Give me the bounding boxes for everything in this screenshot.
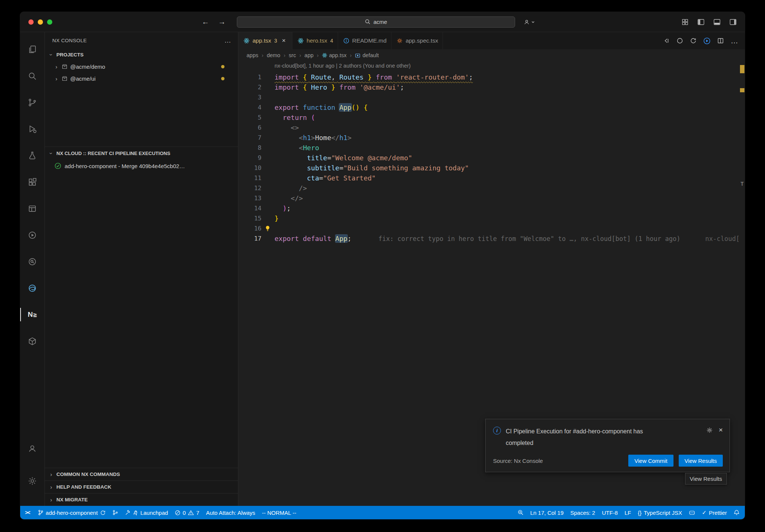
package-icon[interactable] (20, 329, 45, 353)
code-line[interactable]: 4export function App() { (238, 102, 745, 112)
copilot-item[interactable] (685, 506, 699, 519)
toggle-panel-icon[interactable] (713, 19, 721, 25)
minimize-window-button[interactable] (38, 19, 43, 25)
status-bar: >< add-hero-component Launchpad 0 7 Auto… (20, 506, 745, 519)
edge-devtools-icon[interactable] (20, 276, 45, 300)
toggle-primary-sidebar-icon[interactable] (697, 19, 704, 25)
nx-run-target-icon[interactable] (703, 37, 710, 44)
zoom-item[interactable] (514, 506, 527, 519)
navigate-forward-icon[interactable]: → (218, 18, 226, 26)
vim-mode-item[interactable]: -- NORMAL -- (258, 506, 300, 519)
code-line[interactable]: 2import { Hero } from '@acme/ui'; (238, 82, 745, 92)
breadcrumb-item[interactable]: apps (247, 52, 258, 58)
navigate-back-icon[interactable]: ← (202, 18, 209, 26)
code-line[interactable]: 13 </> (238, 193, 745, 203)
overview-ruler[interactable]: T (739, 61, 745, 506)
toggle-secondary-sidebar-icon[interactable] (730, 19, 737, 25)
code-line[interactable]: 16 (238, 223, 745, 233)
breadcrumb-item-file[interactable]: app.tsx (322, 52, 347, 58)
run-circle-icon[interactable] (20, 223, 45, 247)
breadcrumb-item[interactable]: app (304, 52, 313, 58)
code-line[interactable]: 14 ); (238, 203, 745, 213)
remote-explorer-icon[interactable] (20, 197, 45, 220)
code-action-lightbulb[interactable] (261, 225, 275, 232)
nx-console-icon[interactable]: N≧ (20, 303, 45, 327)
common-nx-commands-section[interactable]: › COMMON NX COMMANDS (45, 468, 238, 480)
close-tab-icon[interactable]: × (280, 37, 288, 44)
zoom-window-button[interactable] (47, 19, 52, 25)
run-debug-icon[interactable] (20, 117, 45, 141)
view-results-button[interactable]: View Results (679, 455, 723, 467)
code-line[interactable]: 12 /> (238, 183, 745, 193)
breadcrumb-item[interactable]: src (289, 52, 296, 58)
notification-close-icon[interactable]: × (719, 427, 723, 433)
customize-layout-icon[interactable] (682, 19, 688, 25)
go-back-editor-icon[interactable] (663, 37, 670, 44)
code-line[interactable]: 15} (238, 213, 745, 223)
sidebar-more-actions-icon[interactable]: … (224, 38, 231, 42)
graph-icon (112, 510, 118, 516)
code-search-icon[interactable] (20, 250, 45, 273)
nx-cloud-section-header[interactable]: › NX CLOUD :: RECENT CI PIPELINE EXECUTI… (45, 146, 238, 160)
eol-item[interactable]: LF (621, 506, 635, 519)
projects-section-header[interactable]: › PROJECTS (45, 49, 238, 61)
notification-settings-gear-icon[interactable] (706, 427, 713, 433)
help-and-feedback-section[interactable]: › HELP AND FEEDBACK (45, 480, 238, 493)
problems-item[interactable]: 0 7 (171, 506, 203, 519)
editor-more-actions-icon[interactable]: … (731, 39, 738, 42)
cloud-header-label: NX CLOUD :: RECENT CI PIPELINE EXECUTION… (56, 151, 170, 156)
blame-overflow-text: nx-cloud[b (705, 235, 739, 242)
code-line[interactable]: 10 subtitle="Build something amazing tod… (238, 163, 745, 173)
code-line[interactable]: 5 return ( (238, 112, 745, 123)
line-number: 1 (238, 74, 261, 81)
project-item-acme-demo[interactable]: › @acme/demo (45, 61, 238, 72)
tab-hero-tsx[interactable]: hero.tsx 4 (292, 32, 338, 49)
code-line[interactable]: 7 <h1>Home</h1> (238, 133, 745, 143)
git-branch-item[interactable]: add-hero-component (34, 506, 109, 519)
encoding-item[interactable]: UTF-8 (598, 506, 621, 519)
cursor-position-item[interactable]: Ln 17, Col 19 (527, 506, 567, 519)
code-line[interactable]: 3 (238, 92, 745, 102)
source-control-graph-item[interactable] (109, 506, 121, 519)
breadcrumb-item-symbol[interactable]: default (355, 52, 379, 58)
code-line[interactable]: 11 cta="Get Started" (238, 173, 745, 183)
notifications-bell-item[interactable] (730, 506, 745, 519)
code-line[interactable]: 8 <Hero (238, 143, 745, 153)
code-line[interactable]: 17export default App;fix: correct typo i… (238, 233, 745, 244)
pipeline-execution-item[interactable]: add-hero-component - Merge 409b4e4e5cb02… (45, 160, 238, 172)
remote-indicator[interactable]: >< (20, 506, 34, 519)
view-commit-button[interactable]: View Commit (628, 455, 673, 467)
outline-circle-icon[interactable] (676, 37, 683, 44)
rerun-icon[interactable] (690, 37, 697, 44)
indentation-item[interactable]: Spaces: 2 (567, 506, 599, 519)
project-item-acme-ui[interactable]: › @acme/ui (45, 72, 238, 84)
code-line[interactable]: 9 title="Welcome @acme/demo" (238, 153, 745, 163)
accounts-icon[interactable] (20, 436, 45, 460)
bell-icon (734, 510, 740, 516)
symbol-default-icon (355, 53, 360, 58)
testing-icon[interactable] (20, 143, 45, 167)
code-line[interactable]: 1import { Route, Routes } from 'react-ro… (238, 72, 745, 82)
tab-app-spec-tsx[interactable]: app.spec.tsx (391, 32, 443, 49)
breadcrumb-item[interactable]: demo (267, 52, 280, 58)
launchpad-item[interactable]: Launchpad (121, 506, 171, 519)
close-window-button[interactable] (28, 19, 34, 25)
source-control-icon[interactable] (20, 90, 45, 114)
profile-menu-button[interactable] (523, 19, 535, 25)
explorer-icon[interactable] (20, 37, 45, 61)
line-number: 16 (238, 225, 261, 232)
language-mode-item[interactable]: {} TypeScript JSX (634, 506, 685, 519)
extensions-icon[interactable] (20, 170, 45, 194)
tab-app-tsx[interactable]: app.tsx 3 × (238, 32, 292, 49)
prettier-item[interactable]: ✓ Prettier (699, 506, 730, 519)
command-center-search[interactable]: acme (237, 16, 515, 28)
nx-migrate-section[interactable]: › NX MIGRATE (45, 493, 238, 506)
search-icon (365, 19, 371, 25)
git-codelens[interactable]: nx-cloud[bot], 1 hour ago | 2 authors (Y… (275, 63, 745, 72)
code-line[interactable]: 6 <> (238, 123, 745, 133)
tab-readme-md[interactable]: README.md (338, 32, 391, 49)
settings-gear-icon[interactable] (20, 469, 45, 493)
search-sidebar-icon[interactable] (20, 64, 45, 88)
auto-attach-item[interactable]: Auto Attach: Always (203, 506, 259, 519)
split-editor-icon[interactable] (717, 37, 724, 44)
